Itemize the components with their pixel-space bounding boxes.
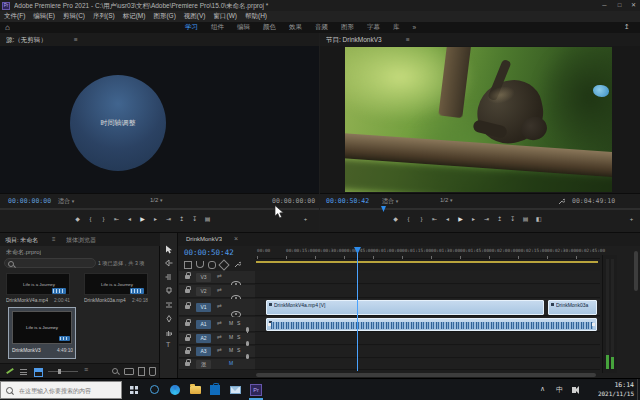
sequence-tab[interactable]: DrinkMonkV3 [186, 236, 222, 242]
lift-button[interactable]: ↥ [494, 214, 505, 225]
project-item[interactable]: Life is a Journey DrinkMonk03a.mp4 2:40:… [84, 273, 148, 307]
track-lane-a3[interactable] [255, 346, 600, 358]
track-target-a1[interactable]: A1 [196, 320, 211, 329]
menu-sequence[interactable]: 序列(S) [93, 12, 115, 21]
track-target-v2[interactable]: V2 [196, 287, 211, 296]
readonly-pencil-icon[interactable] [6, 368, 14, 374]
quick-export-icon[interactable]: ↥ [624, 23, 630, 31]
workspace-overflow-chevron[interactable]: » [413, 24, 417, 31]
timeline-h-scrollbar[interactable] [256, 373, 596, 377]
project-item-selected[interactable]: Life is a Journey DrinkMonkV3 4:49:10 [8, 307, 76, 359]
master-track-label[interactable]: 混 [196, 360, 211, 369]
mute-button[interactable]: M [229, 320, 233, 326]
overwrite-button[interactable]: ↧ [189, 214, 200, 225]
minimize-button[interactable]: ─ [598, 0, 611, 11]
menu-help[interactable]: 帮助(H) [245, 12, 267, 21]
list-view-icon[interactable] [20, 369, 27, 375]
timeline-current-timecode[interactable]: 00:00:50:42 [184, 248, 234, 257]
workspace-tab-editing[interactable]: 编辑 [237, 23, 250, 32]
clock-date[interactable]: 2021/11/15 [588, 390, 634, 397]
zoom-slider-handle[interactable] [58, 369, 61, 374]
mail-icon[interactable] [230, 386, 241, 394]
workspace-tab-libraries[interactable]: 库 [393, 23, 400, 32]
taskbar-search-box[interactable] [0, 381, 122, 399]
menu-clip[interactable]: 剪辑(C) [63, 12, 85, 21]
program-current-timecode[interactable]: 00:00:50:42 [326, 197, 369, 205]
project-tab[interactable]: 项目: 未命名 [5, 236, 38, 245]
project-bin-breadcrumb[interactable]: 未命名.prproj [6, 248, 41, 257]
speaker-icon[interactable] [572, 387, 576, 393]
program-scrub-bar[interactable] [320, 208, 640, 210]
timeline-v-scrollbar[interactable] [634, 251, 638, 291]
sync-lock-icon[interactable]: ⇄ [217, 272, 222, 279]
comparison-view-button[interactable]: ◧ [533, 214, 544, 225]
timeline-settings-wrench-icon[interactable] [234, 261, 241, 268]
workspace-tab-graphics[interactable]: 图形 [341, 23, 354, 32]
source-resolution-dropdown[interactable]: 1/2 ▾ [150, 197, 163, 203]
track-target-v1[interactable]: V1 [196, 303, 211, 312]
playhead-line[interactable] [357, 253, 358, 371]
edge-browser-icon[interactable] [170, 385, 180, 395]
video-clip-second[interactable]: DrinkMonk03a [548, 300, 597, 315]
icon-view-icon[interactable] [34, 368, 43, 377]
track-lock-icon[interactable] [185, 289, 190, 293]
track-lock-icon[interactable] [185, 362, 190, 366]
export-frame-button[interactable]: ▤ [520, 214, 531, 225]
track-lane-master[interactable] [255, 359, 600, 370]
play-button[interactable]: ▶ [455, 214, 466, 225]
video-clip-main[interactable]: DrinkMonkV4a.mp4 [V] [266, 300, 544, 315]
sync-lock-icon[interactable]: ⇄ [217, 319, 222, 326]
workspace-tab-captions[interactable]: 字幕 [367, 23, 380, 32]
sync-lock-icon[interactable]: ⇄ [217, 302, 222, 309]
solo-button[interactable]: S [237, 320, 240, 326]
step-forward-button[interactable]: ▸ [150, 214, 161, 225]
source-scrub-bar[interactable] [0, 208, 319, 210]
start-button-icon[interactable] [130, 386, 138, 394]
voiceover-mic-icon[interactable] [246, 327, 249, 332]
menu-window[interactable]: 窗口(W) [214, 12, 237, 21]
sync-lock-icon[interactable]: ⇄ [217, 286, 222, 293]
workspace-tab-effects[interactable]: 效果 [289, 23, 302, 32]
razor-tool[interactable] [165, 287, 173, 295]
close-button[interactable]: ✕ [627, 0, 640, 11]
program-fit-dropdown[interactable]: 适合 ▾ [382, 197, 398, 206]
go-to-in-button[interactable]: ⇤ [429, 214, 440, 225]
solo-button[interactable]: S [237, 347, 240, 353]
mark-in-button[interactable]: { [85, 214, 96, 225]
home-icon[interactable]: ⌂ [5, 23, 10, 32]
step-back-button[interactable]: ◂ [442, 214, 453, 225]
trash-icon[interactable] [149, 367, 156, 376]
file-explorer-icon[interactable] [190, 386, 201, 394]
clock-time[interactable]: 16:14 [588, 381, 634, 389]
track-lane-a2[interactable] [255, 333, 600, 345]
sync-lock-icon[interactable]: ⇄ [217, 333, 222, 340]
track-lane-v3[interactable] [255, 271, 600, 284]
project-search-input[interactable] [17, 259, 97, 269]
ime-indicator[interactable]: 中 [556, 385, 563, 395]
menu-graphics[interactable]: 图形(G) [153, 12, 175, 21]
track-target-a3[interactable]: A3 [196, 347, 211, 356]
mark-out-button[interactable]: } [416, 214, 427, 225]
play-button[interactable]: ▶ [137, 214, 148, 225]
button-editor-plus[interactable]: + [626, 214, 637, 225]
mark-out-button[interactable]: } [98, 214, 109, 225]
pen-tool[interactable] [165, 315, 173, 323]
panel-menu-icon[interactable]: ≡ [74, 36, 78, 43]
menu-view[interactable]: 视图(V) [184, 12, 206, 21]
sync-lock-icon[interactable]: ⇄ [217, 346, 222, 353]
track-lock-icon[interactable] [185, 337, 190, 341]
tray-expand-icon[interactable]: ∧ [540, 385, 545, 393]
go-to-in-button[interactable]: ⇤ [111, 214, 122, 225]
new-bin-icon[interactable] [124, 368, 134, 375]
cortana-icon[interactable] [150, 385, 159, 394]
premiere-taskbar-icon[interactable]: Pr [250, 384, 262, 396]
audio-meters[interactable] [602, 255, 617, 373]
workspace-tab-assembly[interactable]: 组件 [211, 23, 224, 32]
panel-menu-icon[interactable]: ≡ [406, 36, 410, 43]
add-marker-button[interactable]: ◆ [72, 214, 83, 225]
mute-button[interactable]: M [229, 334, 233, 340]
go-to-out-button[interactable]: ⇥ [481, 214, 492, 225]
coach-mark-circle[interactable]: 时间轴调整 [70, 75, 166, 171]
audio-clip[interactable] [266, 318, 597, 331]
find-icon[interactable] [112, 368, 118, 374]
